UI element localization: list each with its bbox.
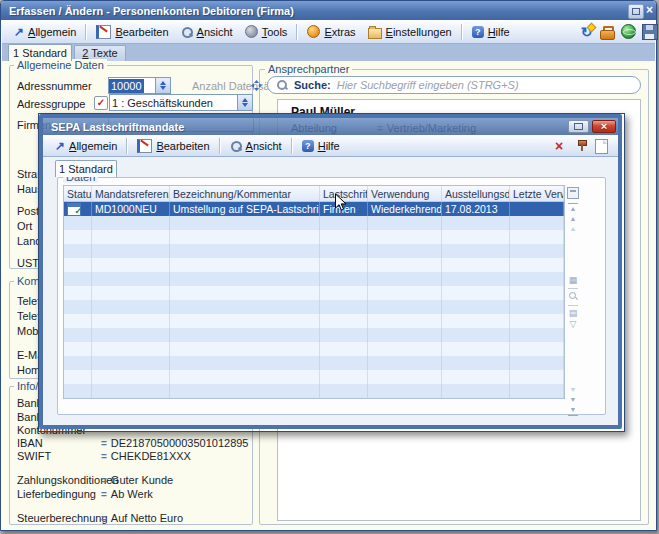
arrow-up-right-icon: ↗ bbox=[55, 140, 65, 152]
table-row[interactable] bbox=[64, 384, 564, 398]
lieferbedingung-label: Lieferbedingung bbox=[17, 488, 96, 500]
dialog-tab-standard[interactable]: 1 Standard bbox=[55, 160, 117, 177]
table-row[interactable] bbox=[64, 258, 564, 272]
equals-marker-icon: = bbox=[101, 438, 107, 449]
menu-item-allgemein[interactable]: ↗ Allgemein bbox=[8, 24, 82, 40]
magnifier-view-icon bbox=[181, 26, 193, 38]
zoom-search-icon[interactable] bbox=[565, 291, 581, 303]
table-row[interactable] bbox=[64, 356, 564, 370]
menu-item-tools[interactable]: Tools bbox=[239, 23, 294, 40]
equals-marker-icon: = bbox=[101, 489, 107, 500]
contact-search-bar[interactable]: Suche: Hier Suchbegriff eingeben (STRG+S… bbox=[267, 76, 641, 94]
table-nav-strip: ▲ ▲ ▲ bbox=[565, 203, 581, 234]
magnifier-view-icon bbox=[230, 140, 242, 152]
sepa-dialog-title: SEPA Lastschriftmandate bbox=[43, 121, 184, 133]
scroll-page-down-button[interactable]: ▼ bbox=[565, 385, 581, 395]
cell-letzte-verwendung bbox=[510, 202, 564, 216]
col-verwendung[interactable]: Verwendung bbox=[368, 186, 442, 201]
scroll-up-button[interactable]: ▲ bbox=[565, 214, 581, 224]
cell-bezeichnung: Umstellung auf SEPA-Lastschrift bbox=[170, 202, 320, 216]
menu-item-hilfe[interactable]: ? Hilfe bbox=[466, 24, 516, 40]
table-row[interactable] bbox=[64, 300, 564, 314]
new-document-icon[interactable] bbox=[595, 139, 608, 154]
adressnummer-value: 10000 bbox=[109, 79, 144, 93]
menu-item-extras[interactable]: Extras bbox=[301, 23, 361, 40]
dialog-menu-allgemein[interactable]: ↗ Allgemein bbox=[49, 138, 123, 154]
pin-icon[interactable] bbox=[576, 139, 587, 152]
swift-label: SWIFT bbox=[17, 450, 51, 462]
filter-icon[interactable]: ▽ bbox=[565, 319, 581, 330]
menu-separator bbox=[296, 24, 298, 40]
equals-marker-icon: = bbox=[101, 451, 107, 462]
adressgruppe-value: 1 : Geschäftskunden bbox=[110, 96, 215, 110]
scroll-page-up-button[interactable]: ▲ bbox=[565, 224, 581, 234]
table-row-selected[interactable]: MD1000NEU Umstellung auf SEPA-Lastschrif… bbox=[64, 202, 564, 216]
equals-marker-icon: = bbox=[101, 475, 107, 486]
dialog-menu-ansicht[interactable]: Ansicht bbox=[224, 138, 288, 154]
col-letzte-verwendung[interactable]: Letzte Verwendung bbox=[510, 186, 564, 201]
delete-mandate-icon[interactable]: × bbox=[555, 139, 563, 153]
dialog-restore-button[interactable] bbox=[568, 120, 589, 133]
grid-view-icon[interactable]: ▦ bbox=[565, 275, 581, 286]
main-window-title: Erfassen / Ändern - Personenkonten Debit… bbox=[1, 5, 294, 17]
tab-standard[interactable]: 1 Standard bbox=[8, 44, 72, 61]
main-titlebar[interactable]: Erfassen / Ändern - Personenkonten Debit… bbox=[1, 1, 656, 20]
briefcase-icon[interactable] bbox=[599, 24, 616, 41]
save-icon[interactable] bbox=[642, 24, 659, 41]
help-icon: ? bbox=[472, 26, 484, 38]
arrow-up-right-icon: ↗ bbox=[14, 26, 24, 38]
search-icon bbox=[276, 79, 288, 91]
menu-item-einstellungen[interactable]: Einstellungen bbox=[362, 23, 458, 41]
table-row[interactable] bbox=[64, 286, 564, 300]
menu-separator bbox=[219, 138, 221, 154]
adressgruppe-dropdown[interactable]: 1 : Geschäftskunden bbox=[109, 94, 253, 111]
sort-icon[interactable]: ▤ bbox=[565, 308, 581, 319]
close-window-button[interactable]: × bbox=[646, 3, 653, 17]
table-row[interactable] bbox=[64, 230, 564, 244]
column-chooser-icon[interactable] bbox=[567, 187, 579, 199]
restore-window-button[interactable] bbox=[628, 4, 644, 19]
adressgruppe-check-icon[interactable]: ✓ bbox=[94, 96, 108, 110]
scroll-last-button[interactable]: ▼ bbox=[565, 405, 581, 415]
table-row[interactable] bbox=[64, 328, 564, 342]
dialog-menu-bearbeiten[interactable]: Bearbeiten bbox=[131, 137, 215, 155]
table-row[interactable] bbox=[64, 216, 564, 230]
adressnummer-input[interactable]: 10000 bbox=[108, 77, 171, 94]
cell-mandatsreferenz: MD1000NEU bbox=[92, 202, 170, 216]
globe-icon[interactable] bbox=[621, 24, 638, 41]
adressgruppe-dropdown-button[interactable] bbox=[237, 95, 252, 110]
mandates-table-header[interactable]: Status Mandatsreferenz Bezeichnung/Komme… bbox=[64, 186, 564, 202]
menu-item-ansicht[interactable]: Ansicht bbox=[175, 24, 239, 40]
table-row[interactable] bbox=[64, 370, 564, 384]
menu-item-bearbeiten[interactable]: Bearbeiten bbox=[90, 23, 174, 41]
dialog-menu-hilfe[interactable]: ? Hilfe bbox=[296, 138, 346, 154]
splitter-handle-icon[interactable] bbox=[251, 80, 262, 91]
table-row[interactable] bbox=[64, 272, 564, 286]
main-window: Erfassen / Ändern - Personenkonten Debit… bbox=[0, 0, 657, 531]
col-mandatsreferenz[interactable]: Mandatsreferenz bbox=[92, 186, 170, 201]
extras-ball-icon bbox=[307, 25, 320, 38]
steuerberechnung-label: Steuerberechnung bbox=[17, 512, 108, 524]
settings-folder-icon bbox=[368, 28, 382, 39]
cell-verwendung: Wiederkehrend bbox=[368, 202, 442, 216]
table-row[interactable] bbox=[64, 314, 564, 328]
sync-refresh-icon[interactable]: ↻ bbox=[578, 24, 595, 41]
col-ausstellungsdatum[interactable]: Ausstellungsdatum bbox=[442, 186, 510, 201]
table-nav-strip-bottom: ▼ ▼ ▼ bbox=[565, 385, 581, 416]
table-row[interactable] bbox=[64, 244, 564, 258]
scroll-bottom-bar bbox=[568, 415, 578, 416]
mouse-cursor bbox=[334, 193, 347, 212]
col-bezeichnung[interactable]: Bezeichnung/Kommentar bbox=[170, 186, 320, 201]
main-menubar: ↗ Allgemein Bearbeiten Ansicht Tools Ext… bbox=[2, 20, 655, 44]
adressnummer-spinner[interactable] bbox=[155, 78, 170, 93]
dialog-close-button[interactable]: × bbox=[592, 120, 616, 133]
col-status[interactable]: Status bbox=[64, 186, 92, 201]
sepa-dialog-titlebar[interactable]: SEPA Lastschriftmandate bbox=[43, 118, 618, 135]
menu-separator bbox=[461, 24, 463, 40]
adressgruppe-label: Adressgruppe bbox=[17, 98, 86, 110]
scroll-first-button[interactable]: ▲ bbox=[565, 204, 581, 214]
help-icon: ? bbox=[302, 140, 314, 152]
table-row[interactable] bbox=[64, 342, 564, 356]
scroll-down-button[interactable]: ▼ bbox=[565, 395, 581, 405]
dialog-menubar: ↗ Allgemein Bearbeiten Ansicht bbox=[43, 135, 618, 157]
